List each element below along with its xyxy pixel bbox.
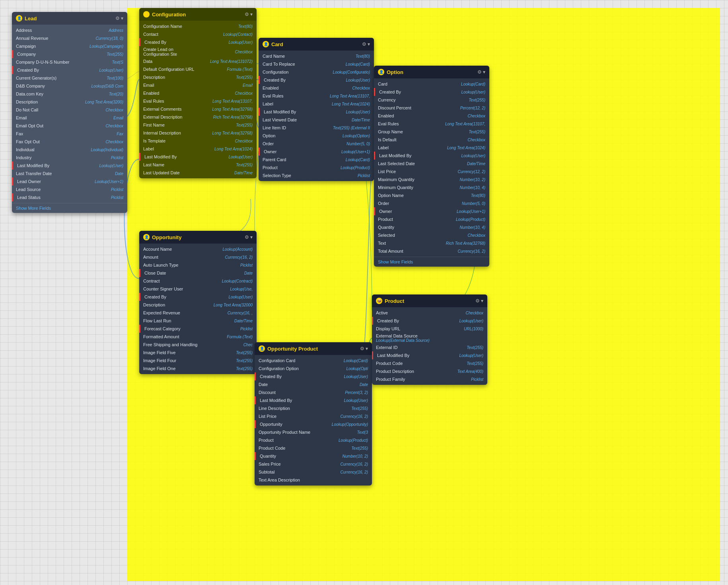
product-card-header: 📦 Product ⚙ ▾ — [372, 294, 487, 307]
field-row: Image Field FourText(255) — [139, 357, 257, 365]
field-row: Created ByLookup(User) — [12, 66, 127, 74]
lead-icon: 👤 — [16, 15, 22, 21]
field-row: Product CodeText(255) — [255, 444, 372, 452]
field-row: ✓ Option NameText(80) — [374, 191, 489, 199]
lead-card-title: 👤 Lead — [16, 15, 37, 21]
field-row: SubtotalCurrency(16, 2) — [255, 468, 372, 476]
field-row: External DescriptionRich Text Area(32768… — [139, 113, 257, 121]
configuration-gear-button[interactable]: ⚙ ▾ — [245, 12, 253, 17]
field-row: AmountCurrency(16, 2) — [139, 253, 257, 261]
option-card: 👤 Option ⚙ ▾ ✓ CardLookup(Card) ✓ Create… — [374, 66, 489, 267]
main-canvas: 👤 Lead ⚙ ▾ AddressAddress Annual Revenue… — [0, 0, 728, 585]
field-row: Fax Opt OutCheckbox — [12, 138, 127, 146]
field-row: Created ByLookup(User) — [255, 372, 372, 380]
opportunity-product-card: 👤 Opportunity Product ⚙ ▾ Configuration … — [255, 342, 372, 486]
lead-card: 👤 Lead ⚙ ▾ AddressAddress Annual Revenue… — [12, 12, 127, 213]
field-row: ✓ Eval RulesLong Text Area(13107, — [374, 120, 489, 128]
field-row: ✓ SelectedCheckbox — [374, 231, 489, 239]
field-row: DiscountPercent(3, 2) — [255, 388, 372, 396]
field-row: Flow Last RunDate/Time — [139, 317, 257, 325]
field-row: QuantityNumber(10, 2) — [255, 452, 372, 460]
field-row: Last Modified ByLookup(User) — [12, 162, 127, 170]
field-row: Card To ReplaceLookup(Card) — [259, 60, 374, 68]
field-row: Display URLURL(1000) — [372, 325, 487, 333]
field-row: Last Modified ByLookup(User) — [259, 108, 374, 116]
lead-gear-button[interactable]: ⚙ ▾ — [115, 16, 123, 21]
card-card-body: Card NameText(80) Card To ReplaceLookup(… — [259, 51, 374, 181]
field-row: Annual RevenueCurrency(18, 0) — [12, 34, 127, 42]
field-row: ✓ Created ByLookup(User) — [374, 88, 489, 96]
opportunity-product-card-title: 👤 Opportunity Product — [259, 345, 318, 352]
card-icon: 👤 — [263, 41, 269, 47]
field-row: Product FamilyPicklist — [372, 375, 487, 383]
field-row: Selection TypePicklist — [259, 172, 374, 179]
field-row: ✓ OwnerLookup(User+1) — [374, 207, 489, 215]
field-row: OrderNumber(5, 0) — [259, 140, 374, 148]
opportunity-gear-button[interactable]: ⚙ ▾ — [245, 234, 253, 240]
field-row: LabelLong Text Area(1024) — [259, 100, 374, 108]
field-row: Configuration NameText(80) — [139, 22, 257, 30]
option-gear-button[interactable]: ⚙ ▾ — [477, 69, 485, 75]
product-card: 📦 Product ⚙ ▾ ActiveCheckbox Created ByL… — [372, 294, 487, 385]
option-icon: 👤 — [378, 69, 384, 75]
field-row: Expected RevenueCurrency(16, , — [139, 309, 257, 317]
field-row: Create Lead on Configuration SteCheckbox — [139, 46, 257, 57]
field-row: IndustryPicklist — [12, 154, 127, 162]
lead-show-more[interactable]: Show More Fields — [12, 203, 127, 213]
field-row: Data.com KeyText(20) — [12, 90, 127, 98]
field-row: Last Updated DateDate/Time — [139, 169, 257, 177]
field-row: ✓ Last Modified ByLookup(User) — [374, 152, 489, 160]
card-card-title: 👤 Card — [263, 41, 283, 47]
field-row: Internal DescriptionLong Text Area(32768… — [139, 129, 257, 137]
field-row: Last NameText(255) — [139, 161, 257, 169]
lead-card-header: 👤 Lead ⚙ ▾ — [12, 12, 127, 25]
field-row: Lead OwnerLookup(User+1) — [12, 177, 127, 185]
field-row: Last Modified ByLookup(User) — [139, 153, 257, 161]
product-card-title: 📦 Product — [376, 298, 404, 304]
opportunity-product-gear-button[interactable]: ⚙ ▾ — [360, 346, 368, 351]
field-row: Email Opt OutCheckbox — [12, 122, 127, 130]
field-row: Configuration CardLookup(Card) — [255, 357, 372, 365]
opportunity-card: 👤 Opportunity ⚙ ▾ Account NameLookup(Acc… — [139, 231, 257, 374]
field-row: Parent CardLookup(Card) — [259, 156, 374, 164]
field-row: ✓ ProductLookup(Product) — [374, 215, 489, 223]
field-row: EmailEmail — [12, 114, 127, 122]
option-card-body: ✓ CardLookup(Card) ✓ Created ByLookup(Us… — [374, 78, 489, 257]
field-row: ✓ Is DefaultCheckbox — [374, 136, 489, 144]
field-row: Line DescriptionText(255) — [255, 404, 372, 412]
product-gear-button[interactable]: ⚙ ▾ — [475, 298, 483, 304]
field-row: Sales PriceCurrency(16, 2) — [255, 460, 372, 468]
field-row: Do Not CallCheckbox — [12, 106, 127, 114]
field-row: Image Field FiveText(255) — [139, 349, 257, 357]
card-gear-button[interactable]: ⚙ ▾ — [362, 41, 370, 47]
configuration-card: ⚡ Configuration ⚙ ▾ Configuration NameTe… — [139, 8, 257, 178]
field-row: Line Item IDText(255) (External II — [259, 124, 374, 132]
field-row: ✓ Maximum QuantityNumber(10, 2) — [374, 176, 489, 183]
field-row: Created ByLookup(User) — [372, 317, 487, 325]
configuration-icon: ⚡ — [143, 11, 150, 18]
configuration-card-header: ⚡ Configuration ⚙ ▾ — [139, 8, 257, 21]
option-card-title: 👤 Option — [378, 69, 403, 75]
field-row: ✓ OrderNumber(5, 0) — [374, 199, 489, 207]
field-row: ✓ Counter Signer UserLookup(Use, — [139, 285, 257, 293]
field-row: Company D-U-N-S NumberText(S — [12, 58, 127, 66]
field-row: Product DescriptionText Area(400) — [372, 367, 487, 375]
field-row: ✓ QuantityNumber(10, 4) — [374, 223, 489, 231]
field-row: ContractLookup(Contract) — [139, 277, 257, 285]
field-row: Created ByLookup(User) — [139, 38, 257, 46]
option-show-more[interactable]: Show More Fields — [374, 257, 489, 267]
field-row: External Data Source Lookup(External Dat… — [372, 333, 487, 343]
field-row: List PriceCurrency(16, 2) — [255, 412, 372, 420]
product-icon: 📦 — [376, 298, 382, 304]
field-row: ContactLookup(Contact) — [139, 30, 257, 38]
field-row: Product CodeText(255) — [372, 359, 487, 367]
opportunity-card-title: 👤 Opportunity — [143, 234, 181, 240]
field-row: CampaignLookup(Campaign) — [12, 42, 127, 50]
field-row: ✓ List PriceCurrency(12, 2) — [374, 168, 489, 176]
field-row: ✓ Total AmountCurrency(16, 2) — [374, 247, 489, 255]
field-row: DescriptionLong Text Area(32000 — [139, 301, 257, 309]
field-row: DateDate — [255, 380, 372, 388]
field-row: ✓ EnabledCheckbox — [139, 89, 257, 97]
opportunity-product-card-body: Configuration CardLookup(Card) Configura… — [255, 355, 372, 486]
field-row: ✓ DataLong Text Area(131072) — [139, 57, 257, 65]
